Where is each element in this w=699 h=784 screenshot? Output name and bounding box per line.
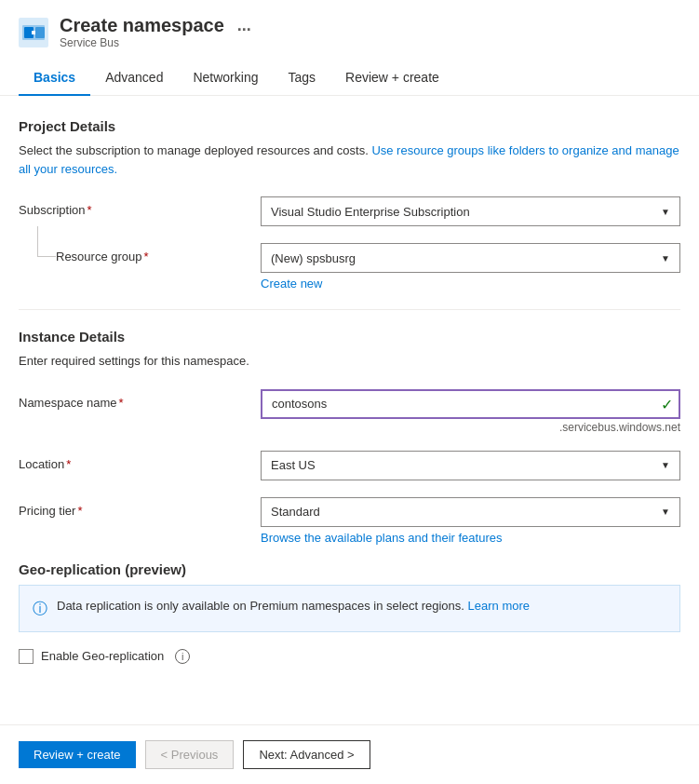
namespace-valid-icon: ✓ — [661, 395, 673, 412]
previous-button[interactable]: < Previous — [145, 740, 235, 769]
namespace-suffix: .servicebus.windows.net — [261, 421, 680, 434]
pricing-tier-value: Standard — [271, 505, 320, 519]
subscription-dropdown-arrow: ▼ — [661, 207, 670, 217]
geo-replication-section: Geo-replication (preview) ⓘ Data replica… — [19, 561, 680, 664]
geo-replication-info-text: Data replication is only available on Pr… — [57, 597, 530, 615]
page-title: Create namespace — [60, 15, 224, 36]
subscription-value: Visual Studio Enterprise Subscription — [271, 205, 470, 219]
info-icon: ⓘ — [33, 598, 47, 620]
resource-group-row: Resource group* (New) spsbusrg ▼ Create … — [19, 243, 680, 291]
review-create-button[interactable]: Review + create — [19, 741, 136, 768]
next-advanced-button[interactable]: Next: Advanced > — [243, 740, 370, 769]
instance-details-title: Instance Details — [19, 329, 680, 345]
project-details-title: Project Details — [19, 118, 680, 134]
section-divider — [19, 309, 680, 310]
subscription-label: Subscription* — [19, 196, 261, 217]
namespace-input-wrapper: ✓ — [261, 389, 680, 419]
pricing-tier-dropdown-arrow: ▼ — [661, 507, 670, 517]
subscription-control: Visual Studio Enterprise Subscription ▼ — [261, 196, 680, 226]
ellipsis-button[interactable]: ... — [234, 16, 255, 35]
resource-group-dropdown-arrow: ▼ — [661, 253, 670, 264]
pricing-tier-row: Pricing tier* Standard ▼ Browse the avai… — [19, 497, 680, 545]
location-label: Location* — [19, 451, 261, 471]
enable-geo-replication-row: Enable Geo-replication i — [19, 649, 680, 664]
pricing-tier-control: Standard ▼ Browse the available plans an… — [261, 497, 680, 545]
header-text-group: Create namespace ... Service Bus — [60, 15, 255, 49]
tab-review-create[interactable]: Review + create — [330, 61, 454, 96]
geo-replication-info-box: ⓘ Data replication is only available on … — [19, 585, 680, 632]
namespace-name-label: Namespace name* — [19, 389, 261, 410]
namespace-name-input[interactable] — [261, 389, 680, 419]
page-subtitle: Service Bus — [60, 36, 255, 49]
page-title-group: Create namespace ... — [60, 15, 255, 36]
resource-group-value: (New) spsbusrg — [271, 251, 356, 265]
resource-group-control: (New) spsbusrg ▼ Create new — [261, 243, 680, 291]
tab-bar: Basics Advanced Networking Tags Review +… — [0, 61, 699, 96]
subscription-row: Subscription* Visual Studio Enterprise S… — [19, 196, 680, 226]
resource-groups-link[interactable]: Use resource groups like folders to orga… — [19, 143, 679, 176]
location-value: East US — [271, 458, 316, 472]
instance-details-desc: Enter required settings for this namespa… — [19, 352, 680, 371]
location-control: East US ▼ — [261, 451, 680, 480]
create-new-link[interactable]: Create new — [261, 277, 322, 291]
subscription-dropdown[interactable]: Visual Studio Enterprise Subscription ▼ — [261, 196, 680, 226]
tab-advanced[interactable]: Advanced — [90, 61, 178, 96]
enable-geo-replication-label: Enable Geo-replication — [41, 649, 164, 663]
svg-rect-3 — [35, 27, 45, 38]
tab-basics[interactable]: Basics — [19, 61, 90, 96]
pricing-tier-label: Pricing tier* — [19, 497, 261, 518]
resource-group-dropdown[interactable]: (New) spsbusrg ▼ — [261, 243, 680, 273]
geo-replication-info-tooltip[interactable]: i — [175, 649, 190, 664]
main-content: Project Details Select the subscription … — [0, 96, 699, 724]
learn-more-link[interactable]: Learn more — [468, 599, 530, 613]
tab-tags[interactable]: Tags — [273, 61, 330, 96]
geo-replication-title: Geo-replication (preview) — [19, 561, 680, 577]
resource-group-label: Resource group* — [56, 243, 261, 264]
svg-rect-4 — [32, 31, 35, 34]
location-dropdown[interactable]: East US ▼ — [261, 451, 680, 480]
page-footer: Review + create < Previous Next: Advance… — [0, 724, 699, 784]
location-dropdown-arrow: ▼ — [661, 460, 670, 470]
enable-geo-replication-checkbox[interactable] — [19, 649, 34, 664]
tab-networking[interactable]: Networking — [178, 61, 273, 96]
service-bus-icon — [19, 18, 48, 47]
namespace-name-control: ✓ .servicebus.windows.net — [261, 389, 680, 434]
project-details-desc: Select the subscription to manage deploy… — [19, 142, 680, 178]
instance-details-section: Instance Details Enter required settings… — [19, 329, 680, 545]
namespace-name-row: Namespace name* ✓ .servicebus.windows.ne… — [19, 389, 680, 434]
page-header: Create namespace ... Service Bus — [0, 0, 699, 57]
location-row: Location* East US ▼ — [19, 451, 680, 480]
pricing-browse-link[interactable]: Browse the available plans and their fea… — [261, 531, 502, 545]
pricing-tier-dropdown[interactable]: Standard ▼ — [261, 497, 680, 527]
